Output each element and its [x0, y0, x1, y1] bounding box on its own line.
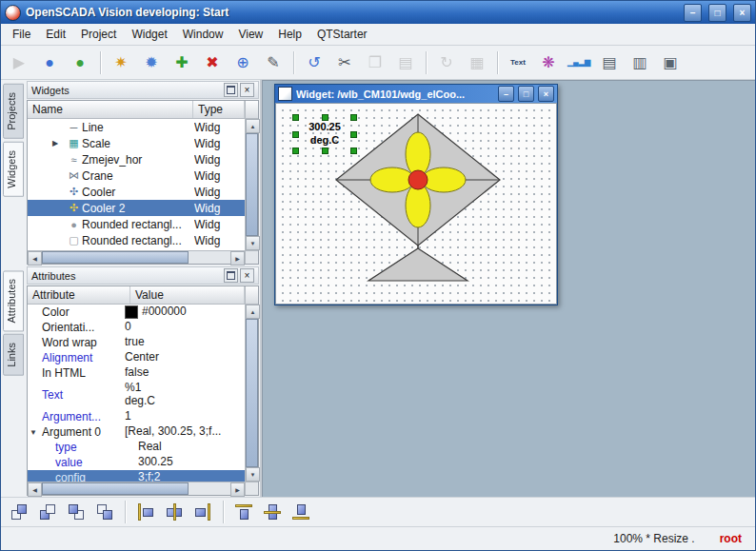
child-maximize-button[interactable]: □ — [518, 86, 534, 102]
color-swatch[interactable] — [125, 305, 138, 319]
figures-widget-button[interactable]: ❋ — [534, 49, 563, 76]
selection-handle[interactable] — [322, 114, 328, 121]
scroll-down-button[interactable]: ▼ — [246, 467, 260, 482]
expand-arrow[interactable]: ▶ — [52, 139, 66, 148]
widget-tree-row[interactable]: ●Rounded rectangl...Widg — [28, 216, 245, 232]
diagram-widget-button[interactable]: ▁▄▂▆ — [565, 49, 593, 76]
attribute-name[interactable]: Text — [42, 388, 63, 402]
edit-visual-item-button[interactable]: ✎ — [259, 49, 288, 76]
attributes-panel-close-button[interactable]: × — [240, 268, 254, 283]
child-close-button[interactable]: × — [538, 86, 554, 102]
close-button[interactable]: × — [733, 4, 751, 22]
menu-qtstarter[interactable]: QTStarter — [309, 26, 375, 43]
selection-handle[interactable] — [292, 148, 299, 154]
copy-button[interactable]: ❐ — [361, 49, 389, 76]
save-to-db-button[interactable]: ● — [66, 49, 94, 76]
menu-file[interactable]: File — [5, 26, 38, 43]
widget-editor-window[interactable]: Widget: /wlb_CM101/wdg_elCoo... – □ × — [274, 84, 558, 305]
attribute-row[interactable]: Orientati...0 — [28, 320, 245, 335]
load-from-db-button[interactable]: ● — [35, 49, 64, 76]
attribute-name[interactable]: config — [55, 471, 86, 482]
menu-window[interactable]: Window — [175, 26, 231, 43]
widget-tree-row[interactable]: ⋈CraneWidg — [28, 167, 245, 184]
scroll-right-button[interactable]: ▶ — [230, 251, 245, 266]
down-widget-button[interactable] — [92, 500, 117, 524]
minimize-button[interactable]: – — [684, 4, 702, 22]
scroll-left-button[interactable]: ◀ — [28, 482, 42, 497]
horizontal-scrollbar[interactable]: ◀ ▶ — [28, 250, 245, 264]
child-minimize-button[interactable]: – — [498, 86, 514, 102]
attribute-row[interactable]: Word wraptrue — [28, 335, 245, 350]
side-tab-links[interactable]: Links — [3, 334, 24, 376]
attribute-row[interactable]: In HTMLfalse — [28, 365, 245, 381]
menu-help[interactable]: Help — [270, 26, 309, 43]
scroll-down-button[interactable]: ▼ — [246, 236, 260, 250]
widget-tree-row[interactable]: ▶▦ScaleWidg — [28, 135, 245, 151]
vertical-scrollbar[interactable]: ▲ ▼ — [245, 101, 258, 264]
attribute-row[interactable]: ▼Argument 0[Real, 300.25, 3;f... — [28, 424, 245, 440]
undo-button[interactable]: ↺ — [300, 49, 328, 76]
scroll-up-button[interactable]: ▲ — [246, 119, 260, 133]
attribute-row[interactable]: Color#000000 — [28, 305, 245, 320]
widget-edit-canvas[interactable]: 300.25 deg.C — [275, 103, 557, 305]
mime-data-button[interactable]: ▦ — [463, 49, 491, 76]
widget-tree-row[interactable]: ≈Zmejev_horWidg — [28, 151, 245, 167]
function-box-button[interactable]: ▣ — [656, 49, 685, 76]
column-header-attribute[interactable]: Attribute — [28, 286, 130, 304]
maximize-button[interactable]: □ — [708, 4, 726, 22]
align-left-button[interactable] — [133, 500, 158, 524]
attribute-row[interactable]: Argument...1 — [28, 409, 245, 424]
selection-handle[interactable] — [322, 148, 328, 154]
attribute-row[interactable]: Text%1 deg.C — [28, 381, 245, 409]
selection-handle[interactable] — [292, 131, 299, 138]
attribute-name[interactable]: Alignment — [42, 351, 92, 364]
visual-item-properties-button[interactable]: ⊕ — [229, 49, 257, 76]
scrollbar-thumb[interactable] — [246, 133, 258, 236]
attribute-name[interactable]: value — [55, 456, 83, 469]
align-top-button[interactable] — [231, 500, 256, 524]
align-bottom-button[interactable] — [288, 500, 313, 524]
menu-view[interactable]: View — [230, 26, 270, 43]
selection-handle[interactable] — [350, 114, 357, 121]
widget-tree-row[interactable]: ─LineWidg — [28, 119, 245, 135]
side-tab-attributes[interactable]: Attributes — [3, 270, 24, 331]
scrollbar-thumb[interactable] — [42, 482, 189, 495]
column-header-type[interactable]: Type — [193, 101, 245, 118]
scroll-right-button[interactable]: ▶ — [230, 482, 245, 497]
document-widget-button[interactable]: ▥ — [626, 49, 654, 76]
scrollbar-thumb[interactable] — [246, 319, 258, 467]
menu-project[interactable]: Project — [73, 26, 124, 43]
scroll-up-button[interactable]: ▲ — [246, 305, 260, 319]
align-horizontal-center-button[interactable] — [162, 500, 187, 524]
menu-widget[interactable]: Widget — [124, 26, 174, 43]
scroll-left-button[interactable]: ◀ — [28, 251, 42, 266]
menu-edit[interactable]: Edit — [38, 26, 73, 43]
text-widget-button[interactable]: Text — [504, 49, 532, 76]
attribute-row[interactable]: typeReal — [28, 440, 245, 455]
paste-button[interactable]: ▤ — [391, 49, 420, 76]
side-tab-projects[interactable]: Projects — [3, 84, 24, 139]
widget-editor-title-bar[interactable]: Widget: /wlb_CM101/wdg_elCoo... – □ × — [275, 85, 557, 103]
vertical-scrollbar[interactable]: ▲ ▼ — [245, 286, 258, 495]
attribute-row[interactable]: config3;f;2 — [28, 470, 245, 482]
new-visual-item-button[interactable]: ✷ — [107, 49, 135, 76]
attribute-row[interactable]: value300.25 — [28, 455, 245, 470]
protocol-widget-button[interactable]: ▤ — [595, 49, 624, 76]
horizontal-scrollbar[interactable]: ◀ ▶ — [28, 482, 245, 495]
attribute-row[interactable]: AlignmentCenter — [28, 350, 245, 365]
align-vertical-center-button[interactable] — [260, 500, 285, 524]
widget-tree-row[interactable]: ✣CoolerWidg — [28, 184, 245, 200]
column-header-name[interactable]: Name — [28, 101, 193, 118]
widget-tree-row[interactable]: ✣Cooler 2Widg — [28, 200, 245, 216]
run-project-button[interactable]: ▶ — [5, 49, 33, 76]
side-tab-widgets[interactable]: Widgets — [3, 142, 24, 197]
column-header-value[interactable]: Value — [130, 286, 245, 304]
selection-handle[interactable] — [292, 114, 299, 121]
reload-button[interactable]: ↻ — [432, 49, 461, 76]
expand-arrow[interactable]: ▼ — [28, 428, 42, 437]
widget-tree-row[interactable]: ▢Rounded rectangl...Widg — [28, 232, 245, 248]
selection-handle[interactable] — [350, 131, 357, 138]
up-widget-button[interactable] — [64, 500, 89, 524]
title-bar[interactable]: OpenSCADA Vision developing: Start – □ × — [1, 1, 755, 24]
cut-button[interactable]: ✂ — [330, 49, 359, 76]
